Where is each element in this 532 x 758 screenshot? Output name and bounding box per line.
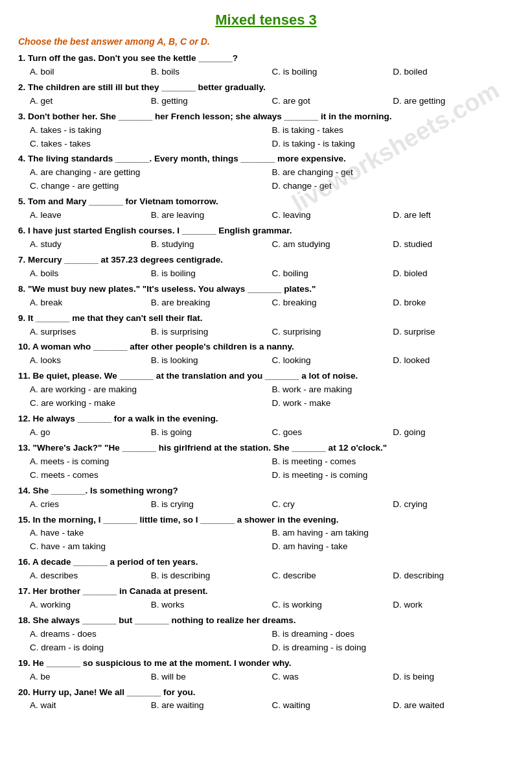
answers-row: A. studyB. studyingC. am studyingD. stud…	[30, 238, 514, 252]
answer-option[interactable]: C. are got	[272, 95, 393, 108]
answer-option[interactable]: C. have - am taking	[30, 540, 272, 554]
answer-option[interactable]: C. dream - is doing	[30, 641, 272, 655]
answer-option[interactable]: B. is taking - takes	[272, 124, 515, 137]
answer-option[interactable]: C. was	[272, 670, 393, 684]
answer-option[interactable]: D. looked	[393, 354, 514, 368]
answer-option[interactable]: A. dreams - does	[30, 628, 272, 641]
question-text: 18. She always _______ but _______ nothi…	[18, 614, 514, 628]
answers-row: A. are changing - are gettingB. are chan…	[30, 166, 514, 193]
question-text: 15. In the morning, I _______ little tim…	[18, 514, 514, 527]
answer-option[interactable]: A. study	[30, 238, 151, 252]
answers-row: A. surprisesB. is surprisingC. surprisin…	[30, 326, 514, 339]
answer-option[interactable]: D. is taking - is taking	[272, 137, 515, 151]
answer-option[interactable]: A. leave	[30, 209, 151, 222]
answer-option[interactable]: B. is surprising	[151, 326, 272, 339]
answer-option[interactable]: A. boils	[30, 267, 151, 281]
answer-option[interactable]: B. is going	[151, 426, 272, 440]
answer-option[interactable]: C. takes - takes	[30, 137, 272, 151]
answers-row: A. boilsB. is boilingC. boilingD. bioled	[30, 267, 514, 281]
answer-option[interactable]: B. are waiting	[151, 699, 272, 713]
answer-option[interactable]: D. studied	[393, 238, 514, 252]
answer-option[interactable]: B. is dreaming - does	[272, 628, 515, 641]
question-block: 12. He always _______ for a walk in the …	[18, 412, 514, 440]
answer-option[interactable]: B. is looking	[151, 354, 272, 368]
answer-option[interactable]: D. work - make	[272, 397, 515, 410]
answer-option[interactable]: C. leaving	[272, 209, 393, 222]
answer-option[interactable]: B. boils	[151, 65, 272, 79]
answer-option[interactable]: C. goes	[272, 426, 393, 440]
answer-option[interactable]: C. am studying	[272, 238, 393, 252]
answer-option[interactable]: B. will be	[151, 670, 272, 684]
answer-option[interactable]: C. looking	[272, 354, 393, 368]
answer-option[interactable]: C. is boiling	[272, 65, 393, 79]
answer-option[interactable]: A. break	[30, 296, 151, 310]
question-text: 8. "We must buy new plates." "It's usele…	[18, 283, 514, 296]
answer-option[interactable]: D. change - get	[272, 180, 515, 193]
answer-option[interactable]: B. is boiling	[151, 267, 272, 281]
answer-option[interactable]: B. is crying	[151, 498, 272, 512]
answer-option[interactable]: C. breaking	[272, 296, 393, 310]
answer-option[interactable]: D. broke	[393, 296, 514, 310]
answer-option[interactable]: D. is being	[393, 670, 514, 684]
answer-option[interactable]: B. am having - am taking	[272, 527, 515, 540]
answer-option[interactable]: D. surprise	[393, 326, 514, 339]
answer-option[interactable]: B. are breaking	[151, 296, 272, 310]
question-block: 11. Be quiet, please. We _______ at the …	[18, 370, 514, 410]
answer-option[interactable]: A. surprises	[30, 326, 151, 339]
answer-option[interactable]: C. are working - make	[30, 397, 272, 410]
question-block: 13. "Where's Jack?" "He _______ his girl…	[18, 442, 514, 482]
answer-option[interactable]: C. boiling	[272, 267, 393, 281]
answer-option[interactable]: A. cries	[30, 498, 151, 512]
answer-option[interactable]: D. describing	[393, 569, 514, 583]
answer-option[interactable]: A. get	[30, 95, 151, 108]
answer-option[interactable]: B. works	[151, 598, 272, 612]
answer-option[interactable]: B. is meeting - comes	[272, 455, 515, 469]
answer-option[interactable]: B. are leaving	[151, 209, 272, 222]
answers-row: A. workingB. worksC. is workingD. work	[30, 598, 514, 612]
answer-option[interactable]: D. crying	[393, 498, 514, 512]
answer-option[interactable]: A. go	[30, 426, 151, 440]
question-block: 3. Don't bother her. She _______ her Fre…	[18, 110, 514, 151]
answer-option[interactable]: A. have - take	[30, 527, 272, 540]
answer-option[interactable]: A. meets - is coming	[30, 455, 272, 469]
answer-option[interactable]: B. work - are making	[272, 383, 515, 397]
answer-option[interactable]: D. work	[393, 598, 514, 612]
answer-option[interactable]: B. are changing - get	[272, 166, 515, 180]
answer-option[interactable]: C. meets - comes	[30, 469, 272, 482]
answer-option[interactable]: A. describes	[30, 569, 151, 583]
answer-option[interactable]: D. going	[393, 426, 514, 440]
answer-option[interactable]: C. change - are getting	[30, 180, 272, 193]
answer-option[interactable]: D. boiled	[393, 65, 514, 79]
question-text: 14. She _______. Is something wrong?	[18, 484, 514, 498]
answer-option[interactable]: A. working	[30, 598, 151, 612]
answer-option[interactable]: B. getting	[151, 95, 272, 108]
answers-row: A. waitB. are waitingC. waitingD. are wa…	[30, 699, 514, 713]
answer-option[interactable]: B. is describing	[151, 569, 272, 583]
answer-option[interactable]: A. are changing - are getting	[30, 166, 272, 180]
answer-option[interactable]: A. takes - is taking	[30, 124, 272, 137]
answer-option[interactable]: C. surprising	[272, 326, 393, 339]
answer-option[interactable]: D. bioled	[393, 267, 514, 281]
answer-option[interactable]: C. cry	[272, 498, 393, 512]
answer-option[interactable]: D. is dreaming - is doing	[272, 641, 515, 655]
answer-option[interactable]: A. looks	[30, 354, 151, 368]
page-title: Mixed tenses 3	[18, 12, 514, 29]
answer-option[interactable]: B. studying	[151, 238, 272, 252]
question-text: 6. I have just started English courses. …	[18, 224, 514, 238]
instruction: Choose the best answer among A, B, C or …	[18, 36, 514, 47]
answer-option[interactable]: C. describe	[272, 569, 393, 583]
answer-option[interactable]: A. be	[30, 670, 151, 684]
answer-option[interactable]: C. waiting	[272, 699, 393, 713]
answer-option[interactable]: D. am having - take	[272, 540, 515, 554]
answer-option[interactable]: D. are waited	[393, 699, 514, 713]
answer-option[interactable]: D. is meeting - is coming	[272, 469, 515, 482]
question-block: 20. Hurry up, Jane! We all _______ for y…	[18, 686, 514, 713]
answer-option[interactable]: D. are getting	[393, 95, 514, 108]
answer-option[interactable]: A. wait	[30, 699, 151, 713]
answer-option[interactable]: C. is working	[272, 598, 393, 612]
question-block: 6. I have just started English courses. …	[18, 224, 514, 252]
answer-option[interactable]: D. are left	[393, 209, 514, 222]
answers-row: A. beB. will beC. wasD. is being	[30, 670, 514, 684]
answer-option[interactable]: A. are working - are making	[30, 383, 272, 397]
answer-option[interactable]: A. boil	[30, 65, 151, 79]
